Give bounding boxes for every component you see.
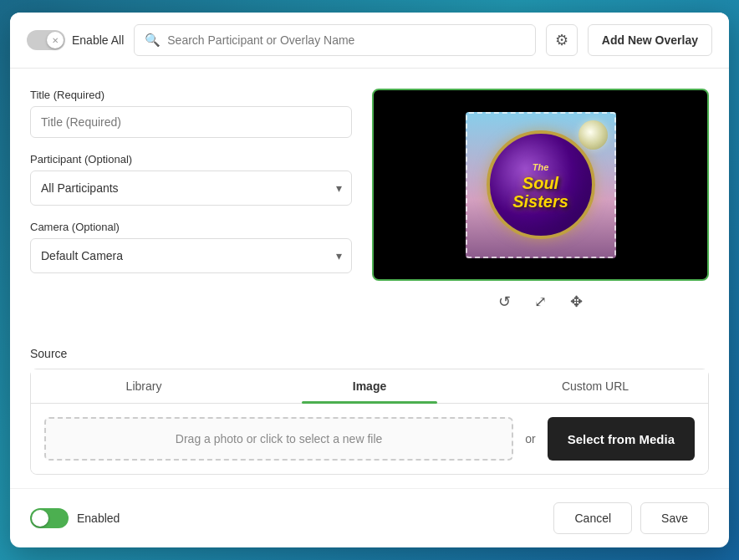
enabled-label: Enabled [77, 512, 120, 525]
camera-label: Camera (Optional) [30, 221, 352, 233]
expand-button[interactable]: ⤢ [531, 289, 550, 314]
preview-image-area: The Soul Sisters [466, 112, 616, 258]
move-icon: ✥ [570, 293, 583, 311]
search-icon: 🔍 [145, 33, 161, 48]
title-input[interactable] [30, 106, 352, 138]
select-media-button[interactable]: Select from Media [548, 417, 695, 461]
refresh-button[interactable]: ↺ [495, 289, 514, 314]
preview-container: The Soul Sisters [372, 89, 709, 281]
participant-label: Participant (Optional) [30, 153, 352, 165]
toggle-knob [32, 510, 48, 527]
refresh-icon: ↺ [498, 293, 511, 311]
modal-container: Enable All 🔍 ⚙ Add New Overlay Title (Re… [10, 13, 729, 547]
bottom-bar: Enabled Cancel Save [10, 488, 729, 547]
preview-controls: ↺ ⤢ ✥ [495, 289, 586, 314]
save-button[interactable]: Save [640, 502, 709, 534]
source-card: Library Image Custom URL Drag a photo or… [30, 369, 709, 475]
enable-all-toggle[interactable] [27, 30, 65, 50]
drop-zone[interactable]: Drag a photo or click to select a new fi… [44, 417, 513, 461]
bottom-actions: Cancel Save [553, 502, 709, 534]
participant-select[interactable]: All Participants [30, 171, 352, 206]
gear-icon: ⚙ [555, 31, 568, 49]
tab-custom-url[interactable]: Custom URL [482, 369, 708, 403]
gear-button[interactable]: ⚙ [546, 24, 578, 56]
title-field-group: Title (Required) [30, 89, 352, 138]
tab-image[interactable]: Image [257, 369, 482, 403]
tabs-row: Library Image Custom URL [31, 369, 708, 404]
source-section: Source Library Image Custom URL Drag a p… [10, 347, 729, 488]
topbar: Enable All 🔍 ⚙ Add New Overlay [10, 13, 729, 69]
cancel-button[interactable]: Cancel [553, 502, 632, 534]
participant-select-wrapper: All Participants ▾ [30, 171, 352, 206]
enable-all-section: Enable All [27, 30, 124, 50]
tab-content: Drag a photo or click to select a new fi… [31, 404, 708, 474]
participant-field-group: Participant (Optional) All Participants … [30, 153, 352, 206]
search-box: 🔍 [134, 24, 536, 56]
toggle-knob [47, 32, 64, 48]
tab-library[interactable]: Library [31, 369, 257, 403]
enabled-toggle[interactable] [30, 508, 69, 528]
enable-all-label: Enable All [72, 33, 124, 47]
move-button[interactable]: ✥ [567, 289, 586, 314]
left-panel: Title (Required) Participant (Optional) … [30, 89, 352, 347]
camera-select-wrapper: Default Camera ▾ [30, 238, 352, 273]
camera-field-group: Camera (Optional) Default Camera ▾ [30, 221, 352, 273]
source-label: Source [30, 347, 709, 360]
search-input[interactable] [167, 33, 525, 47]
add-overlay-button[interactable]: Add New Overlay [588, 24, 712, 56]
or-text: or [525, 432, 535, 445]
selection-box [466, 112, 616, 258]
camera-select[interactable]: Default Camera [30, 238, 352, 273]
main-content: Title (Required) Participant (Optional) … [10, 69, 729, 347]
expand-icon: ⤢ [534, 293, 547, 311]
title-label: Title (Required) [30, 89, 352, 101]
enabled-section: Enabled [30, 508, 120, 528]
right-panel: The Soul Sisters ↺ ⤢ ✥ [372, 89, 709, 347]
